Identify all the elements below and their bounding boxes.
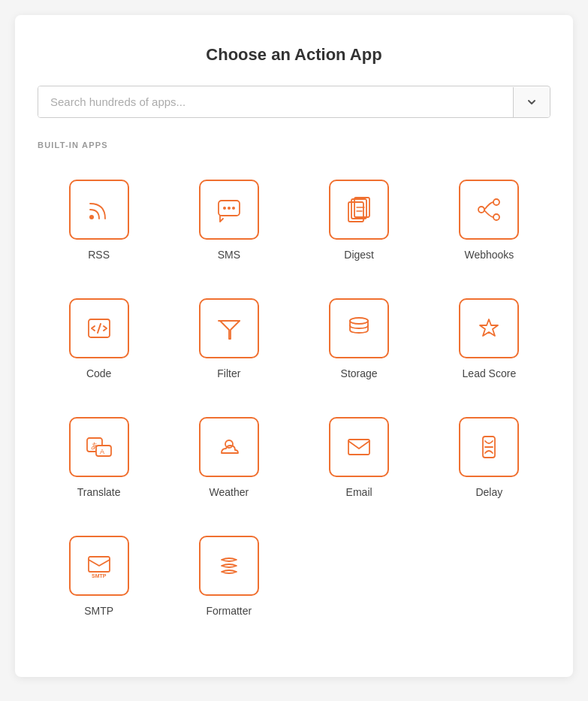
sms-label: SMS (218, 249, 240, 261)
app-item-translate[interactable]: あATranslate (38, 402, 160, 521)
email-label: Email (346, 486, 372, 498)
smtp-label: SMTP (84, 605, 113, 617)
filter-icon-box (199, 298, 259, 358)
section-label: BUILT-IN APPS (38, 141, 550, 150)
storage-label: Storage (341, 367, 378, 379)
svg-rect-19 (348, 440, 369, 455)
app-item-webhooks[interactable]: Webhooks (428, 165, 550, 283)
app-item-email[interactable]: Email (298, 402, 421, 521)
app-item-code[interactable]: Code (38, 283, 160, 402)
code-label: Code (86, 367, 111, 379)
app-item-smtp[interactable]: SMTPSMTP (38, 521, 160, 639)
rss-icon-box (69, 180, 129, 240)
app-item-weather[interactable]: Weather (167, 402, 290, 521)
app-item-storage[interactable]: Storage (298, 283, 421, 402)
app-item-sms[interactable]: SMS (167, 165, 290, 283)
svg-text:SMTP: SMTP (92, 573, 107, 579)
search-dropdown-button[interactable] (513, 87, 550, 117)
smtp-icon-box: SMTP (69, 536, 129, 596)
translate-icon-box: あA (69, 417, 129, 477)
page-title: Choose an Action App (38, 45, 550, 65)
app-item-filter[interactable]: Filter (167, 283, 290, 402)
main-container: Choose an Action App BUILT-IN APPS RSSSM… (15, 15, 573, 677)
webhooks-icon-box (459, 180, 519, 240)
svg-point-3 (228, 207, 231, 210)
email-icon-box (329, 417, 389, 477)
webhooks-label: Webhooks (464, 249, 514, 261)
delay-label: Delay (475, 486, 502, 498)
svg-point-9 (493, 199, 499, 205)
formatter-label: Formatter (207, 605, 252, 617)
svg-point-4 (232, 207, 235, 210)
delay-icon-box (459, 417, 519, 477)
lead-score-label: Lead Score (463, 367, 517, 379)
search-input[interactable] (38, 86, 513, 117)
storage-icon-box (329, 298, 389, 358)
svg-point-8 (478, 207, 484, 213)
weather-icon-box (199, 417, 259, 477)
svg-point-2 (223, 207, 226, 210)
app-item-lead-score[interactable]: Lead Score (428, 283, 550, 402)
sms-icon-box (199, 180, 259, 240)
digest-label: Digest (344, 249, 374, 261)
search-bar (38, 86, 550, 118)
svg-rect-22 (89, 557, 110, 572)
code-icon-box (69, 298, 129, 358)
translate-label: Translate (77, 486, 121, 498)
svg-text:A: A (100, 448, 104, 455)
apps-grid: RSSSMSDigestWebhooksCodeFilterStorageLea… (38, 165, 550, 639)
formatter-icon-box (199, 536, 259, 596)
svg-point-0 (89, 215, 94, 219)
weather-label: Weather (210, 486, 249, 498)
svg-point-13 (350, 318, 368, 324)
filter-label: Filter (217, 367, 240, 379)
rss-label: RSS (88, 249, 110, 261)
app-item-delay[interactable]: Delay (428, 402, 550, 521)
svg-point-10 (493, 214, 499, 220)
app-item-formatter[interactable]: Formatter (167, 521, 290, 639)
digest-icon-box (329, 180, 389, 240)
lead-score-icon-box (459, 298, 519, 358)
app-item-rss[interactable]: RSS (38, 165, 160, 283)
app-item-digest[interactable]: Digest (298, 165, 421, 283)
